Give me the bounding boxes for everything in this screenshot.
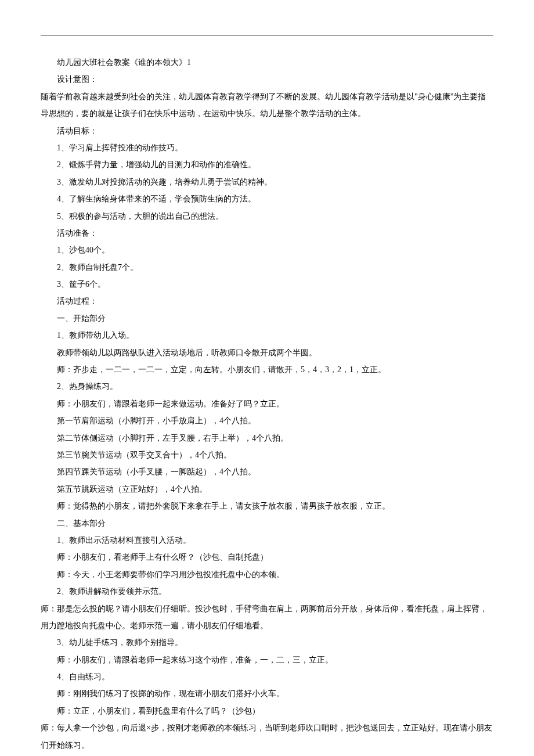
paragraph: 3、筐子6个。 [41,276,493,293]
paragraph: 2、热身操练习。 [41,378,493,395]
paragraph: 第五节跳跃运动（立正站好），4个八拍。 [41,481,493,498]
paragraph: 设计意图： [41,71,493,88]
paragraph: 师：齐步走，一二一，一二一，立定，向左转。小朋友们，请散开，5，4，3，2，1，… [41,361,493,378]
paragraph: 第一节肩部运动（小脚打开，小手放肩上），4个八拍。 [41,412,493,429]
paragraph: 教师带领幼儿以两路纵队进入活动场地后，听教师口令散开成两个半圆。 [41,344,493,361]
paragraph: 师：小朋友们，看老师手上有什么呀？（沙包、自制托盘） [41,549,493,566]
paragraph: 师：每人拿一个沙包，向后退×步，按刚才老师教的本领练习，当听到老师吹口哨时，把沙… [41,719,493,754]
paragraph: 2、锻炼手臂力量，增强幼儿的目测力和动作的准确性。 [41,156,493,173]
paragraph: 1、沙包40个。 [41,242,493,258]
paragraph: 师：小朋友们，请跟着老师一起来练习这个动作，准备，一，二，三，立正。 [41,651,493,668]
paragraph: 幼儿园大班社会教案《谁的本领大》1 [41,54,493,71]
paragraph: 师：小朋友们，请跟着老师一起来做运动。准备好了吗？立正。 [41,395,493,412]
paragraph: 一、开始部分 [41,310,493,327]
paragraph: 1、教师出示活动材料直接引入活动。 [41,532,493,549]
paragraph: 活动目标： [41,123,493,139]
document-body: 幼儿园大班社会教案《谁的本领大》1设计意图：随着学前教育越来越受到社会的关注，幼… [41,54,493,756]
paragraph: 1、学习肩上挥臂投准的动作技巧。 [41,139,493,156]
paragraph: 活动过程： [41,293,493,309]
paragraph: 4、自由练习。 [41,668,493,685]
paragraph: 师：今天，小王老师要带你们学习用沙包投准托盘中心的本领。 [41,566,493,583]
paragraph: 活动准备： [41,225,493,242]
paragraph: 第二节体侧运动（小脚打开，左手叉腰，右手上举），4个八拍。 [41,430,493,447]
paragraph: 2、教师讲解动作要领并示范。 [41,583,493,600]
paragraph: 5、积极的参与活动，大胆的说出自己的想法。 [41,208,493,225]
paragraph: 师：刚刚我们练习了投掷的动作，现在请小朋友们搭好小火车。 [41,685,493,702]
paragraph: 第四节踝关节运动（小手叉腰，一脚踮起），4个八拍。 [41,463,493,480]
paragraph: 随着学前教育越来越受到社会的关注，幼儿园体育教育教学得到了不断的发展。幼儿园体育… [41,88,493,123]
paragraph: 3、激发幼儿对投掷活动的兴趣，培养幼儿勇于尝试的精神。 [41,174,493,190]
paragraph: 2、教师自制托盘7个。 [41,259,493,276]
paragraph: 5、游戏——"谁的'本领大"。 [41,754,493,756]
paragraph: 4、了解生病给身体带来的不适，学会预防生病的方法。 [41,190,493,207]
paragraph: 师：那是怎么投的呢？请小朋友们仔细听。投沙包时，手臂弯曲在肩上，两脚前后分开放，… [41,600,493,635]
paragraph: 第三节腕关节运动（双手交叉合十），4个八拍。 [41,447,493,463]
paragraph: 师：立正，小朋友们，看到托盘里有什么了吗？（沙包） [41,703,493,719]
top-rule [41,35,493,35]
paragraph: 3、幼儿徒手练习，教师个别指导。 [41,634,493,651]
paragraph: 1、教师带幼儿入场。 [41,327,493,344]
paragraph: 二、基本部分 [41,515,493,532]
paragraph: 师：觉得热的小朋友，请把外套脱下来拿在手上，请女孩子放衣服，请男孩子放衣服，立正… [41,498,493,514]
